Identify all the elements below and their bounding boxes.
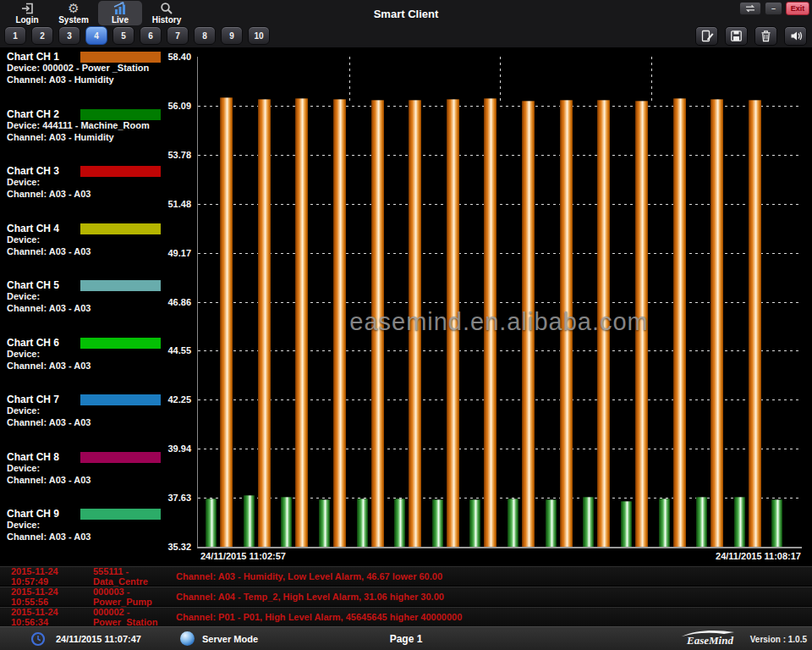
alarm-row[interactable]: 2015-11-24 10:55:56 000003 - Power_Pump … bbox=[0, 587, 812, 606]
nav-login-label: Login bbox=[5, 15, 49, 25]
green-bar bbox=[546, 499, 557, 547]
green-bar bbox=[432, 499, 443, 547]
page-tab-1[interactable]: 1 bbox=[4, 26, 26, 45]
y-axis-labels: 58.4056.0953.7851.4849.1746.8644.5542.25… bbox=[149, 57, 193, 547]
y-tick-label: 56.09 bbox=[167, 101, 191, 111]
switch-window-button[interactable] bbox=[739, 2, 761, 15]
gear-icon: ⚙ bbox=[52, 1, 96, 15]
y-tick-label: 39.94 bbox=[167, 443, 191, 454]
y-tick-label: 46.86 bbox=[167, 297, 191, 307]
chart-icon bbox=[98, 1, 142, 15]
version-label: Version : 1.0.5 bbox=[750, 635, 807, 644]
page-tab-8[interactable]: 8 bbox=[194, 26, 216, 45]
green-bar bbox=[508, 499, 518, 547]
nav-live-label: Live bbox=[98, 15, 142, 25]
server-mode-icon bbox=[180, 631, 195, 646]
y-tick-label: 35.32 bbox=[167, 542, 191, 552]
alarm-message: Channel: A04 - Temp_2, High Level Alarm,… bbox=[176, 592, 812, 602]
y-tick-label: 42.25 bbox=[167, 394, 191, 405]
nav-system[interactable]: ⚙ System bbox=[52, 1, 96, 25]
switch-window-icon bbox=[744, 4, 756, 13]
top-bar: Smart Client Login ⚙ System bbox=[0, 0, 812, 47]
green-bar bbox=[659, 499, 670, 547]
green-bar bbox=[469, 499, 480, 547]
toolbar-actions bbox=[695, 26, 807, 46]
nav-history-label: History bbox=[145, 15, 189, 25]
y-tick-label: 44.55 bbox=[167, 345, 191, 355]
server-mode-label: Server Mode bbox=[202, 634, 258, 644]
plot-area bbox=[197, 57, 802, 548]
page-tab-2[interactable]: 2 bbox=[31, 26, 53, 45]
easemind-logo: EaseMind bbox=[680, 630, 741, 650]
green-bar bbox=[621, 501, 632, 547]
green-bar bbox=[281, 497, 292, 547]
clock-icon bbox=[30, 631, 46, 650]
page-tab-10[interactable]: 10 bbox=[248, 26, 270, 45]
alarm-message: Channel: P01 - P01, High Level Alarm, 45… bbox=[176, 612, 812, 622]
v-gridline bbox=[651, 57, 652, 101]
page-tab-9[interactable]: 9 bbox=[221, 26, 243, 45]
green-bar bbox=[357, 499, 368, 547]
exit-button[interactable]: Exit bbox=[786, 2, 809, 15]
x-axis-start-label: 24/11/2015 11:02:57 bbox=[200, 551, 286, 561]
nav-live[interactable]: Live bbox=[98, 1, 142, 25]
watermark: easemind.en.alibaba.com bbox=[197, 308, 801, 336]
x-axis-end-label: 24/11/2015 11:08:17 bbox=[716, 551, 801, 561]
page-tab-6[interactable]: 6 bbox=[140, 26, 162, 45]
login-icon bbox=[5, 1, 49, 15]
alarm-device: 000003 - Power_Pump bbox=[93, 587, 176, 607]
green-bar bbox=[771, 499, 782, 547]
green-bar bbox=[206, 499, 217, 547]
y-tick-label: 53.78 bbox=[167, 150, 191, 160]
alarm-device: 000002 - Power_Station bbox=[93, 607, 176, 627]
minimize-button[interactable]: – bbox=[765, 2, 782, 15]
page-tab-5[interactable]: 5 bbox=[112, 26, 134, 45]
green-bar bbox=[583, 497, 594, 547]
alarm-time: 2015-11-24 10:55:56 bbox=[11, 587, 93, 607]
alarm-time: 2015-11-24 10:56:34 bbox=[11, 607, 93, 627]
page-tabs: 1 2 3 4 5 6 7 8 9 10 bbox=[4, 26, 270, 45]
y-tick-label: 37.63 bbox=[167, 493, 191, 503]
main-nav: Login ⚙ System Live bbox=[5, 1, 189, 25]
page-tab-7[interactable]: 7 bbox=[167, 26, 189, 45]
green-bar bbox=[394, 499, 405, 547]
alarm-row[interactable]: 2015-11-24 10:56:34 000002 - Power_Stati… bbox=[0, 607, 812, 626]
sound-button[interactable] bbox=[784, 26, 807, 46]
green-bar bbox=[244, 495, 255, 547]
edit-icon bbox=[700, 30, 714, 42]
smart-client-window: Smart Client Login ⚙ System bbox=[0, 0, 812, 650]
status-datetime: 24/11/2015 11:07:47 bbox=[56, 634, 141, 644]
page-tab-3[interactable]: 3 bbox=[58, 26, 80, 45]
nav-login[interactable]: Login bbox=[5, 1, 49, 25]
save-icon bbox=[730, 30, 743, 42]
trash-icon bbox=[760, 30, 772, 42]
nav-history[interactable]: History bbox=[145, 1, 189, 25]
alarm-list: 2015-11-24 10:57:49 555111 - Data_Centre… bbox=[0, 566, 812, 627]
v-gridline bbox=[500, 57, 501, 101]
search-icon bbox=[145, 1, 189, 15]
speaker-icon bbox=[789, 30, 803, 42]
edit-button[interactable] bbox=[695, 26, 718, 46]
y-tick-label: 51.48 bbox=[167, 199, 191, 209]
save-button[interactable] bbox=[725, 26, 748, 46]
easemind-logo-text: EaseMind bbox=[686, 634, 733, 647]
green-bar bbox=[319, 499, 330, 547]
alarm-row[interactable]: 2015-11-24 10:57:49 555111 - Data_Centre… bbox=[0, 566, 812, 586]
page-tab-4[interactable]: 4 bbox=[85, 26, 107, 45]
nav-system-label: System bbox=[52, 15, 96, 25]
alarm-message: Channel: A03 - Humidity, Low Level Alarm… bbox=[176, 571, 812, 581]
alarm-device: 555111 - Data_Centre bbox=[93, 566, 176, 587]
v-gridline bbox=[349, 57, 350, 101]
green-bar bbox=[734, 497, 745, 547]
alarm-time: 2015-11-24 10:57:49 bbox=[11, 566, 93, 587]
y-tick-label: 49.17 bbox=[167, 248, 191, 258]
status-bar: 24/11/2015 11:07:47 Server Mode Page 1 E… bbox=[0, 626, 812, 650]
y-tick-label: 58.40 bbox=[167, 52, 191, 62]
delete-button[interactable] bbox=[754, 26, 777, 46]
green-bar bbox=[696, 497, 707, 547]
window-controls: – Exit bbox=[739, 2, 809, 15]
